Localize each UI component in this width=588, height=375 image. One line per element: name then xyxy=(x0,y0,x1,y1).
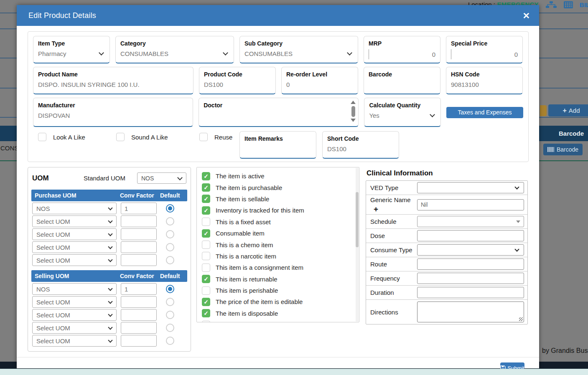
grid-icon[interactable] xyxy=(564,1,573,8)
list-item[interactable]: The item is high risk xyxy=(202,319,359,322)
default-radio[interactable] xyxy=(166,243,174,251)
default-radio[interactable] xyxy=(166,285,174,293)
flag-checkbox[interactable] xyxy=(202,264,210,272)
purchase-uom-select[interactable]: Select UOM xyxy=(32,228,117,240)
item-remarks-field[interactable]: Item Remarks xyxy=(239,131,316,159)
manufacturer-field[interactable]: Manufacturer DISPOVAN xyxy=(33,98,193,127)
list-item[interactable]: Consumable item xyxy=(202,228,359,239)
schedule-select[interactable] xyxy=(417,216,524,227)
scroll-up-icon[interactable] xyxy=(351,101,356,104)
barcode-button[interactable]: Barcode xyxy=(543,144,583,155)
purchase-uom-select[interactable]: Select UOM xyxy=(32,215,117,227)
flag-checkbox[interactable] xyxy=(202,183,210,192)
standard-uom-select[interactable]: NOS xyxy=(137,172,186,184)
flag-checkbox[interactable] xyxy=(202,206,210,215)
list-item[interactable]: This is a narcotic item xyxy=(202,251,359,262)
selling-uom-select[interactable]: NOS xyxy=(32,283,117,295)
conv-factor-input[interactable] xyxy=(121,309,157,321)
conv-factor-input[interactable] xyxy=(121,254,157,266)
conv-factor-input[interactable] xyxy=(121,203,157,214)
list-item[interactable]: The item is sellable xyxy=(202,193,359,205)
flag-checkbox[interactable] xyxy=(202,298,210,306)
reorder-level-field[interactable]: Re-order Level 0 xyxy=(281,67,358,94)
flag-checkbox[interactable] xyxy=(202,241,210,249)
reuse-checkbox[interactable] xyxy=(199,133,208,141)
default-radio[interactable] xyxy=(166,230,174,238)
product-name-field[interactable]: Product Name DISPO. INSULIN SYRINGE 100 … xyxy=(33,67,193,94)
default-radio[interactable] xyxy=(166,256,174,264)
default-radio[interactable] xyxy=(166,204,174,213)
resize-handle-icon[interactable] xyxy=(519,317,523,321)
scroll-down-icon[interactable] xyxy=(351,119,356,122)
flag-checkbox[interactable] xyxy=(202,309,210,317)
doctor-field[interactable]: Doctor xyxy=(199,98,359,127)
list-item[interactable]: Inventory is tracked for this item xyxy=(202,205,359,216)
frequency-input[interactable] xyxy=(417,273,524,284)
barcode-field[interactable]: Barcode xyxy=(364,67,440,94)
generic-name-input[interactable] xyxy=(417,199,524,210)
item-type-field[interactable]: Item Type Pharmacy xyxy=(33,36,110,63)
sitemap-icon[interactable] xyxy=(545,1,557,8)
list-item[interactable]: The item is active xyxy=(202,170,359,182)
flag-checkbox[interactable] xyxy=(202,275,210,283)
consume-type-select[interactable] xyxy=(417,244,524,256)
default-radio[interactable] xyxy=(166,217,174,226)
calculate-quantity-field[interactable]: Calculate Quantity Yes xyxy=(364,98,441,127)
special-price-field[interactable]: Special Price 0 xyxy=(446,36,523,63)
purchase-uom-select[interactable]: NOS xyxy=(32,203,117,214)
scrollbar-thumb[interactable] xyxy=(351,106,355,117)
billing-link[interactable]: BIL xyxy=(580,1,588,8)
conv-factor-input[interactable] xyxy=(121,283,157,295)
default-radio[interactable] xyxy=(166,311,174,319)
list-item[interactable]: This item is a consignment item xyxy=(202,262,359,273)
short-code-field[interactable]: Short Code DS100 xyxy=(322,131,399,159)
list-item[interactable]: The item is disposable xyxy=(202,308,359,319)
look-a-like-toggle[interactable]: Look A Like xyxy=(38,133,85,141)
duration-input[interactable] xyxy=(417,287,524,298)
mrp-field[interactable]: MRP 0 xyxy=(364,36,440,63)
list-item[interactable]: This item is returnable xyxy=(202,274,359,285)
doctor-scrollbar[interactable] xyxy=(350,101,356,122)
selling-uom-select[interactable]: Select UOM xyxy=(32,335,117,347)
conv-factor-input[interactable] xyxy=(121,241,157,253)
scrollbar-thumb[interactable] xyxy=(356,192,359,247)
purchase-uom-select[interactable]: Select UOM xyxy=(32,254,117,266)
selling-uom-select[interactable]: Select UOM xyxy=(32,296,117,308)
conv-factor-input[interactable] xyxy=(121,335,157,347)
purchase-uom-select[interactable]: Select UOM xyxy=(32,241,117,253)
flag-checkbox[interactable] xyxy=(202,229,210,238)
conv-factor-input[interactable] xyxy=(121,322,157,334)
ved-type-select[interactable] xyxy=(417,182,524,193)
list-item[interactable]: This item is perishable xyxy=(202,285,359,296)
list-item[interactable]: This is a chemo item xyxy=(202,239,359,250)
sub-category-field[interactable]: Sub Category CONSUMABLES xyxy=(239,36,358,63)
hsn-code-field[interactable]: HSN Code 90813100 xyxy=(446,67,523,94)
selling-uom-select[interactable]: Select UOM xyxy=(32,309,117,321)
add-button[interactable]: + Add xyxy=(548,104,588,117)
default-radio[interactable] xyxy=(166,324,174,332)
sound-a-like-toggle[interactable]: Sound A Like xyxy=(116,133,168,141)
flag-checkbox[interactable] xyxy=(202,321,210,322)
product-code-field[interactable]: Product Code DS100 xyxy=(199,67,276,94)
dose-input[interactable] xyxy=(417,230,524,241)
directions-textarea[interactable] xyxy=(417,302,524,322)
route-input[interactable] xyxy=(417,258,524,270)
flag-checkbox[interactable] xyxy=(202,252,210,260)
reuse-toggle[interactable]: Reuse xyxy=(199,133,232,141)
flag-checkbox[interactable] xyxy=(202,286,210,295)
flags-scrollbar[interactable] xyxy=(356,168,359,322)
conv-factor-input[interactable] xyxy=(121,215,157,227)
conv-factor-input[interactable] xyxy=(121,296,157,308)
look-a-like-checkbox[interactable] xyxy=(38,133,46,141)
selling-uom-select[interactable]: Select UOM xyxy=(32,322,117,334)
list-item[interactable]: This is a fixed asset xyxy=(202,216,359,228)
flag-checkbox[interactable] xyxy=(202,218,210,226)
close-icon[interactable]: ✕ xyxy=(522,11,530,20)
conv-factor-input[interactable] xyxy=(121,228,157,240)
list-item[interactable]: The item is purchasable xyxy=(202,182,359,193)
category-field[interactable]: Category CONSUMABLES xyxy=(115,36,234,63)
default-radio[interactable] xyxy=(166,298,174,306)
add-generic-name-icon[interactable]: + xyxy=(374,205,381,213)
sound-a-like-checkbox[interactable] xyxy=(116,133,125,141)
default-radio[interactable] xyxy=(166,337,174,345)
